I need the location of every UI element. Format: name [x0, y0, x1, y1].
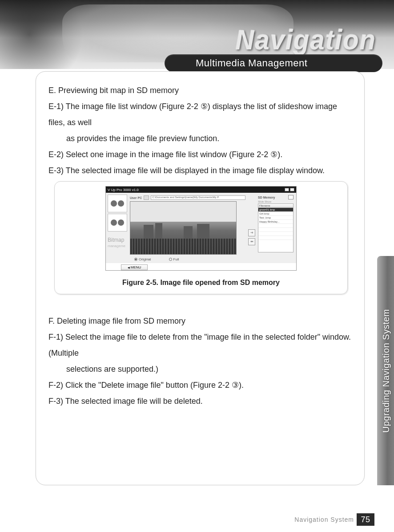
image-preview: [130, 201, 237, 255]
arrow-right-icon: ➜: [248, 229, 255, 236]
circle-icon: [111, 200, 117, 207]
file-table: Filename green01.bmp Girl.bmp Test .bmp …: [258, 203, 293, 252]
footer-label: Navigation System: [294, 516, 354, 523]
radio-icon: [169, 258, 172, 261]
step-e3: E-3) The selected image file will be dis…: [48, 162, 354, 179]
radio-icon: [134, 258, 137, 261]
file-row: [258, 228, 293, 232]
app-tile-1: [108, 195, 127, 212]
slide-label: Slide Show: [258, 200, 293, 203]
file-row: [258, 232, 293, 236]
app-path-row: User PC C:\Documents and Settings\[name]…: [130, 195, 245, 201]
preview-shape: [130, 239, 236, 254]
menu-button: ◀ MENU: [121, 264, 148, 270]
transfer-arrows: ➜ ⬅: [248, 195, 255, 262]
sd-header: SD Memory: [258, 195, 293, 200]
sd-card-icon: [288, 195, 293, 199]
file-row: Test .bmp: [258, 216, 293, 220]
step-f1-line1: F-1) Select the image file to delete fro…: [48, 329, 354, 361]
body-text: E. Previewing bit map in SD memory E-1) …: [48, 82, 354, 179]
file-row: [258, 236, 293, 240]
app-right-pane: SD Memory Slide Show Filename green01.bm…: [258, 195, 293, 262]
app-view-options: Original Full: [130, 255, 245, 262]
window-min-icon: [285, 188, 289, 191]
file-row: [258, 224, 293, 228]
user-pc-label: User PC: [130, 196, 142, 199]
radio-full: Full: [169, 257, 179, 261]
window-close-icon: [290, 188, 294, 191]
content-card: E. Previewing bit map in SD memory E-1) …: [36, 71, 365, 485]
side-tab: Upgrading Navigation System: [377, 256, 394, 485]
bitmap-label-sub: manageme: [108, 244, 125, 248]
section-f-heading: F. Deleting image file from SD memory: [48, 313, 354, 329]
app-titlebar: V Up Pro 3000 v1.0: [106, 187, 296, 193]
arrow-left-icon: ⬅: [248, 238, 255, 245]
page-number: 75: [357, 513, 374, 526]
section-pill: Multimedia Management: [165, 54, 382, 72]
path-field: C:\Documents and Settings\[name]\My Docu…: [151, 195, 245, 200]
file-row-selected: green01.bmp: [258, 208, 293, 212]
app-body: Bitmap manageme User PC C:\Documents and…: [106, 193, 296, 263]
app-center-pane: User PC C:\Documents and Settings\[name]…: [130, 195, 245, 262]
step-f3: F-3) The selected image file will be del…: [48, 393, 354, 409]
sd-label: SD Memory: [258, 196, 275, 199]
app-left-toolbar: Bitmap manageme: [108, 195, 127, 262]
app-screenshot: V Up Pro 3000 v1.0: [105, 186, 297, 271]
page-footer: Navigation System 75: [294, 513, 374, 526]
circle-icon: [111, 219, 117, 226]
bitmap-label: Bitmap manageme: [108, 233, 127, 248]
app-title-text: V Up Pro 3000 v1.0: [108, 188, 139, 192]
step-f2: F-2) Click the "Delete image file" butto…: [48, 377, 354, 393]
radio-original: Original: [134, 257, 151, 261]
step-e1-line1: E-1) The image file list window (Figure …: [48, 98, 354, 130]
section-e-heading: E. Previewing bit map in SD memory: [48, 82, 354, 98]
bitmap-label-top: Bitmap: [108, 237, 124, 243]
body-text-f: F. Deleting image file from SD memory F-…: [48, 301, 354, 409]
monitor-icon: [144, 195, 149, 200]
circle-icon: [118, 200, 124, 207]
circle-icon: [118, 219, 124, 226]
figure-caption: Figure 2-5. Image file opened from SD me…: [59, 271, 343, 287]
figure-frame: V Up Pro 3000 v1.0: [54, 181, 348, 294]
file-header: Filename: [258, 204, 293, 208]
step-e2: E-2) Select one image in the image file …: [48, 146, 354, 162]
step-f1-line2: selections are supported.): [48, 361, 354, 377]
file-row: Happy Birthday...: [258, 220, 293, 224]
app-tile-2: [108, 214, 127, 231]
step-e1-line2: as provides the image file preview funct…: [48, 130, 354, 146]
file-row: Girl.bmp: [258, 212, 293, 216]
header-title: Navigation: [236, 23, 377, 56]
side-tab-text: Upgrading Navigation System: [381, 309, 391, 432]
